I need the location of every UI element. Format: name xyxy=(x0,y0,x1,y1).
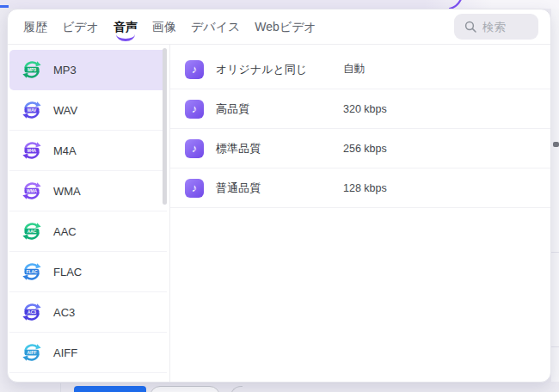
svg-text:AIFF: AIFF xyxy=(28,351,37,355)
format-label: AC3 xyxy=(53,306,75,319)
svg-text:MP3: MP3 xyxy=(28,68,36,72)
music-note-icon: ♪ xyxy=(185,60,204,79)
tab-video[interactable]: ビデオ xyxy=(61,9,100,44)
tab-device[interactable]: デバイス xyxy=(190,9,241,44)
format-label: M4A xyxy=(53,144,77,157)
tab-webvideo[interactable]: Webビデオ xyxy=(254,9,317,44)
quality-row-standard[interactable]: ♪ 標準品質 256 kbps xyxy=(170,129,550,168)
tab-label: 音声 xyxy=(114,20,138,34)
svg-text:WMA: WMA xyxy=(27,189,38,193)
quality-row-original[interactable]: ♪ オリジナルと同じ 自動 xyxy=(170,50,550,89)
music-note-icon: ♪ xyxy=(185,139,204,158)
background-blue-accent xyxy=(0,5,9,8)
format-label: AIFF xyxy=(53,346,77,359)
svg-text:WAV: WAV xyxy=(28,108,38,113)
quality-row-normal[interactable]: ♪ 普通品質 128 kbps xyxy=(170,168,550,208)
sidebar-item-aac[interactable]: AAC AAC xyxy=(9,211,167,252)
quality-list: ♪ オリジナルと同じ 自動 ♪ 高品質 320 kbps ♪ 標準品質 256 … xyxy=(170,45,550,383)
tab-label: デバイス xyxy=(191,20,240,34)
sidebar-item-mp3[interactable]: MP3 MP3 xyxy=(9,50,167,90)
quality-bitrate-value: 320 kbps xyxy=(343,103,387,115)
background-right-edge xyxy=(551,9,559,382)
quality-label: 標準品質 xyxy=(216,141,343,156)
background-window-strip xyxy=(0,0,559,9)
wma-format-icon: WMA xyxy=(22,181,42,201)
tab-audio[interactable]: 音声 xyxy=(113,9,138,44)
tab-label: 履歴 xyxy=(23,20,47,34)
format-picker-panel: 履歴ビデオ音声画像デバイスWebビデオ MP3 MP3 xyxy=(7,9,551,383)
quality-bitrate-value: 128 kbps xyxy=(343,182,387,194)
format-label: WAV xyxy=(53,104,77,117)
sidebar-item-aiff[interactable]: AIFF AIFF xyxy=(9,333,167,373)
quality-row-high[interactable]: ♪ 高品質 320 kbps xyxy=(170,89,550,129)
quality-label: 普通品質 xyxy=(216,181,343,196)
divider xyxy=(551,346,559,347)
background-purple-arc-decoration xyxy=(448,0,464,9)
svg-text:AAC: AAC xyxy=(28,230,37,234)
aiff-format-icon: AIFF xyxy=(22,342,42,363)
format-label: AAC xyxy=(53,225,77,238)
search-icon xyxy=(464,21,476,33)
quality-bitrate-value: 自動 xyxy=(343,62,365,77)
scrollbar-thumb[interactable] xyxy=(163,48,167,205)
quality-bitrate-value: 256 kbps xyxy=(343,143,387,155)
sidebar-item-wma[interactable]: WMA WMA xyxy=(9,171,167,211)
m4a-format-icon: M4A xyxy=(22,140,42,161)
format-label: FLAC xyxy=(53,266,82,279)
panel-body: MP3 MP3 WAV WAV M4A M4A WM xyxy=(8,45,550,383)
svg-text:FLAC: FLAC xyxy=(26,270,38,274)
tab-label: Webビデオ xyxy=(255,20,316,34)
format-label: MP3 xyxy=(53,64,77,77)
music-note-icon: ♪ xyxy=(185,100,204,119)
svg-text:AC3: AC3 xyxy=(28,310,36,315)
search-box[interactable] xyxy=(454,14,538,40)
tab-image[interactable]: 画像 xyxy=(151,9,177,44)
wav-format-icon: WAV xyxy=(22,100,42,120)
background-secondary-button[interactable] xyxy=(150,386,220,392)
quality-label: 高品質 xyxy=(216,101,343,117)
sidebar-item-wav[interactable]: WAV WAV xyxy=(9,90,167,131)
mp3-format-icon: MP3 xyxy=(22,59,42,80)
sidebar-item-flac[interactable]: FLAC FLAC xyxy=(9,252,167,292)
tab-history[interactable]: 履歴 xyxy=(22,9,48,44)
sidebar-item-ac3[interactable]: AC3 AC3 xyxy=(9,292,167,333)
ac3-format-icon: AC3 xyxy=(22,302,42,322)
background-cropped-element xyxy=(553,142,559,147)
tab-label: 画像 xyxy=(152,20,176,34)
background-convert-button[interactable] xyxy=(74,386,146,392)
svg-text:M4A: M4A xyxy=(28,149,37,153)
divider xyxy=(60,383,61,392)
flac-format-icon: FLAC xyxy=(22,261,42,282)
aac-format-icon: AAC xyxy=(22,221,42,242)
background-cropped-button-edge xyxy=(230,386,243,392)
format-list: MP3 MP3 WAV WAV M4A M4A WM xyxy=(8,45,170,383)
divider xyxy=(551,252,559,253)
search-input[interactable] xyxy=(482,21,536,34)
sidebar-item-m4a[interactable]: M4A M4A xyxy=(9,131,167,171)
music-note-icon: ♪ xyxy=(185,179,204,198)
format-label: WMA xyxy=(53,185,81,198)
category-tab-bar: 履歴ビデオ音声画像デバイスWebビデオ xyxy=(8,9,550,45)
tab-label: ビデオ xyxy=(62,20,99,34)
quality-label: オリジナルと同じ xyxy=(216,62,343,77)
